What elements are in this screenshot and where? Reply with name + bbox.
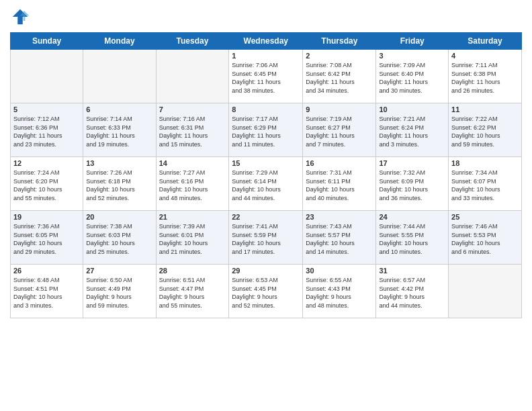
day-info: Sunrise: 7:39 AM Sunset: 6:01 PM Dayligh… — [159, 222, 226, 256]
calendar-cell — [83, 50, 156, 103]
page: SundayMondayTuesdayWednesdayThursdayFrid… — [0, 0, 532, 411]
calendar-cell: 14Sunrise: 7:27 AM Sunset: 6:16 PM Dayli… — [156, 157, 229, 211]
day-info: Sunrise: 7:31 AM Sunset: 6:11 PM Dayligh… — [306, 169, 373, 202]
calendar-cell: 22Sunrise: 7:41 AM Sunset: 5:59 PM Dayli… — [229, 211, 303, 265]
day-number: 25 — [451, 213, 519, 221]
day-number: 4 — [451, 52, 519, 60]
calendar-cell: 9Sunrise: 7:19 AM Sunset: 6:27 PM Daylig… — [303, 103, 376, 157]
logo-icon — [10, 7, 30, 27]
calendar-cell: 3Sunrise: 7:09 AM Sunset: 6:40 PM Daylig… — [376, 50, 449, 103]
day-number: 22 — [232, 213, 300, 221]
day-info: Sunrise: 7:21 AM Sunset: 6:24 PM Dayligh… — [379, 115, 445, 148]
day-info: Sunrise: 7:09 AM Sunset: 6:40 PM Dayligh… — [379, 61, 445, 95]
calendar-cell: 5Sunrise: 7:12 AM Sunset: 6:36 PM Daylig… — [11, 103, 83, 157]
logo — [10, 7, 33, 27]
calendar-cell: 20Sunrise: 7:38 AM Sunset: 6:03 PM Dayli… — [83, 211, 156, 265]
calendar-cell: 4Sunrise: 7:11 AM Sunset: 6:38 PM Daylig… — [449, 50, 522, 103]
calendar-cell: 27Sunrise: 6:50 AM Sunset: 4:49 PM Dayli… — [83, 265, 156, 318]
week-row-3: 12Sunrise: 7:24 AM Sunset: 6:20 PM Dayli… — [11, 157, 522, 211]
day-info: Sunrise: 7:44 AM Sunset: 5:55 PM Dayligh… — [379, 222, 445, 256]
day-number: 12 — [13, 159, 80, 167]
day-info: Sunrise: 7:14 AM Sunset: 6:33 PM Dayligh… — [86, 115, 152, 148]
calendar-cell — [156, 50, 229, 103]
day-number: 27 — [86, 267, 152, 275]
day-number: 5 — [13, 105, 80, 113]
week-row-2: 5Sunrise: 7:12 AM Sunset: 6:36 PM Daylig… — [11, 103, 522, 157]
calendar-cell: 19Sunrise: 7:36 AM Sunset: 6:05 PM Dayli… — [11, 211, 83, 265]
day-number: 29 — [232, 267, 300, 275]
day-number: 31 — [379, 267, 445, 275]
calendar-cell: 30Sunrise: 6:55 AM Sunset: 4:43 PM Dayli… — [303, 265, 376, 318]
day-number: 28 — [159, 267, 226, 275]
day-header-monday: Monday — [83, 33, 156, 50]
day-header-wednesday: Wednesday — [229, 33, 303, 50]
svg-marker-1 — [13, 9, 28, 25]
day-number: 30 — [306, 267, 373, 275]
day-number: 18 — [451, 159, 519, 167]
day-header-saturday: Saturday — [449, 33, 522, 50]
day-number: 20 — [86, 213, 152, 221]
day-info: Sunrise: 7:17 AM Sunset: 6:29 PM Dayligh… — [232, 115, 300, 148]
day-info: Sunrise: 6:50 AM Sunset: 4:49 PM Dayligh… — [86, 276, 152, 310]
calendar-cell: 29Sunrise: 6:53 AM Sunset: 4:45 PM Dayli… — [229, 265, 303, 318]
calendar-cell: 7Sunrise: 7:16 AM Sunset: 6:31 PM Daylig… — [156, 103, 229, 157]
day-info: Sunrise: 7:43 AM Sunset: 5:57 PM Dayligh… — [306, 222, 373, 256]
week-row-4: 19Sunrise: 7:36 AM Sunset: 6:05 PM Dayli… — [11, 211, 522, 265]
day-info: Sunrise: 7:11 AM Sunset: 6:38 PM Dayligh… — [451, 61, 519, 95]
calendar-cell: 25Sunrise: 7:46 AM Sunset: 5:53 PM Dayli… — [449, 211, 522, 265]
calendar-cell: 1Sunrise: 7:06 AM Sunset: 6:45 PM Daylig… — [229, 50, 303, 103]
day-info: Sunrise: 7:32 AM Sunset: 6:09 PM Dayligh… — [379, 169, 445, 202]
day-info: Sunrise: 7:08 AM Sunset: 6:42 PM Dayligh… — [306, 61, 373, 95]
day-number: 7 — [159, 105, 226, 113]
day-number: 3 — [379, 52, 445, 60]
calendar-cell: 15Sunrise: 7:29 AM Sunset: 6:14 PM Dayli… — [229, 157, 303, 211]
day-number: 19 — [13, 213, 80, 221]
calendar-cell: 18Sunrise: 7:34 AM Sunset: 6:07 PM Dayli… — [449, 157, 522, 211]
day-info: Sunrise: 7:29 AM Sunset: 6:14 PM Dayligh… — [232, 169, 300, 202]
header — [10, 7, 522, 27]
day-info: Sunrise: 7:19 AM Sunset: 6:27 PM Dayligh… — [306, 115, 373, 148]
calendar-cell: 28Sunrise: 6:51 AM Sunset: 4:47 PM Dayli… — [156, 265, 229, 318]
calendar-cell: 13Sunrise: 7:26 AM Sunset: 6:18 PM Dayli… — [83, 157, 156, 211]
calendar-cell: 6Sunrise: 7:14 AM Sunset: 6:33 PM Daylig… — [83, 103, 156, 157]
calendar-cell: 11Sunrise: 7:22 AM Sunset: 6:22 PM Dayli… — [449, 103, 522, 157]
day-info: Sunrise: 6:53 AM Sunset: 4:45 PM Dayligh… — [232, 276, 300, 310]
day-info: Sunrise: 7:06 AM Sunset: 6:45 PM Dayligh… — [232, 61, 300, 95]
day-number: 9 — [306, 105, 373, 113]
calendar-cell: 24Sunrise: 7:44 AM Sunset: 5:55 PM Dayli… — [376, 211, 449, 265]
day-number: 8 — [232, 105, 300, 113]
calendar-cell: 23Sunrise: 7:43 AM Sunset: 5:57 PM Dayli… — [303, 211, 376, 265]
calendar-cell — [449, 265, 522, 318]
day-number: 1 — [232, 52, 300, 60]
day-info: Sunrise: 7:27 AM Sunset: 6:16 PM Dayligh… — [159, 169, 226, 202]
day-number: 10 — [379, 105, 445, 113]
day-number: 13 — [86, 159, 152, 167]
day-number: 24 — [379, 213, 445, 221]
day-number: 11 — [451, 105, 519, 113]
calendar-cell: 2Sunrise: 7:08 AM Sunset: 6:42 PM Daylig… — [303, 50, 376, 103]
day-info: Sunrise: 6:51 AM Sunset: 4:47 PM Dayligh… — [159, 276, 226, 310]
day-info: Sunrise: 7:38 AM Sunset: 6:03 PM Dayligh… — [86, 222, 152, 256]
calendar-cell: 10Sunrise: 7:21 AM Sunset: 6:24 PM Dayli… — [376, 103, 449, 157]
calendar-cell — [11, 50, 83, 103]
day-info: Sunrise: 7:46 AM Sunset: 5:53 PM Dayligh… — [451, 222, 519, 256]
day-number: 15 — [232, 159, 300, 167]
day-info: Sunrise: 7:36 AM Sunset: 6:05 PM Dayligh… — [13, 222, 80, 256]
day-number: 23 — [306, 213, 373, 221]
calendar-cell: 21Sunrise: 7:39 AM Sunset: 6:01 PM Dayli… — [156, 211, 229, 265]
calendar-cell: 8Sunrise: 7:17 AM Sunset: 6:29 PM Daylig… — [229, 103, 303, 157]
day-info: Sunrise: 6:48 AM Sunset: 4:51 PM Dayligh… — [13, 276, 80, 310]
day-info: Sunrise: 7:12 AM Sunset: 6:36 PM Dayligh… — [13, 115, 80, 148]
day-info: Sunrise: 7:26 AM Sunset: 6:18 PM Dayligh… — [86, 169, 152, 202]
day-number: 16 — [306, 159, 373, 167]
day-number: 14 — [159, 159, 226, 167]
calendar-cell: 31Sunrise: 6:57 AM Sunset: 4:42 PM Dayli… — [376, 265, 449, 318]
day-info: Sunrise: 7:34 AM Sunset: 6:07 PM Dayligh… — [451, 169, 519, 202]
day-number: 17 — [379, 159, 445, 167]
day-info: Sunrise: 7:16 AM Sunset: 6:31 PM Dayligh… — [159, 115, 226, 148]
day-info: Sunrise: 6:57 AM Sunset: 4:42 PM Dayligh… — [379, 276, 445, 310]
day-info: Sunrise: 7:41 AM Sunset: 5:59 PM Dayligh… — [232, 222, 300, 256]
day-number: 26 — [13, 267, 80, 275]
day-number: 21 — [159, 213, 226, 221]
day-header-tuesday: Tuesday — [156, 33, 229, 50]
